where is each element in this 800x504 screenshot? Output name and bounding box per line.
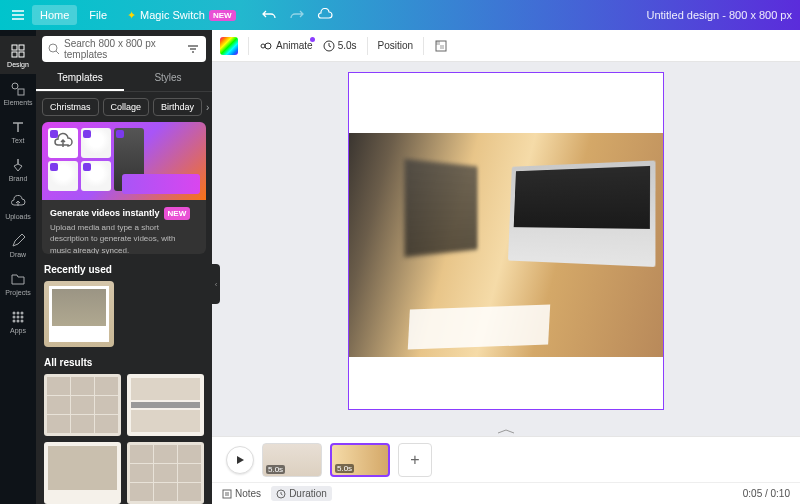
svg-point-14 <box>21 319 24 322</box>
canvas-image[interactable] <box>349 133 663 357</box>
animate-icon <box>259 39 273 53</box>
undo-icon[interactable] <box>260 6 278 24</box>
add-page-button[interactable]: + <box>398 443 432 477</box>
svg-point-13 <box>17 319 20 322</box>
expand-handle-icon[interactable] <box>486 430 526 434</box>
new-badge: NEW <box>209 10 236 21</box>
pill-collage[interactable]: Collage <box>103 98 150 116</box>
home-button[interactable]: Home <box>32 5 77 25</box>
template-thumb[interactable] <box>44 374 121 436</box>
svg-rect-3 <box>19 52 24 57</box>
document-title[interactable]: Untitled design - 800 x 800 px <box>646 9 792 21</box>
promo-thumb <box>48 128 78 158</box>
magic-switch-label: Magic Switch <box>140 9 205 21</box>
svg-point-9 <box>13 315 16 318</box>
promo-thumb <box>81 161 111 191</box>
hamburger-menu-icon[interactable] <box>8 5 28 25</box>
rail-projects[interactable]: Projects <box>0 264 36 302</box>
timeline-clip[interactable]: 5.0s <box>262 443 322 477</box>
color-picker[interactable] <box>220 37 238 55</box>
animate-button[interactable]: Animate <box>259 39 313 53</box>
svg-rect-20 <box>440 45 444 49</box>
section-recent: Recently used <box>36 254 212 281</box>
promo-thumb <box>81 128 111 158</box>
play-button[interactable] <box>226 446 254 474</box>
rail-brand[interactable]: Brand <box>0 150 36 188</box>
rail-elements[interactable]: Elements <box>0 74 36 112</box>
search-input[interactable]: Search 800 x 800 px templates <box>42 36 206 62</box>
search-placeholder: Search 800 x 800 px templates <box>64 38 182 60</box>
clock-icon <box>323 40 335 52</box>
svg-point-17 <box>265 43 271 49</box>
svg-point-6 <box>13 311 16 314</box>
pill-birthday[interactable]: Birthday <box>153 98 202 116</box>
rail-uploads[interactable]: Uploads <box>0 188 36 226</box>
rail-apps[interactable]: Apps <box>0 302 36 340</box>
svg-point-16 <box>261 44 265 48</box>
canvas-toolbar: Animate 5.0s Position <box>212 30 800 62</box>
redo-icon[interactable] <box>288 6 306 24</box>
clip-duration: 5.0s <box>266 465 285 474</box>
promo-thumb <box>48 161 78 191</box>
position-button[interactable]: Position <box>378 40 414 51</box>
rail-text[interactable]: Text <box>0 112 36 150</box>
timeline: 5.0s 5.0s + Notes Duration 0:05 / 0:10 <box>212 436 800 504</box>
timeline-clip-selected[interactable]: 5.0s <box>330 443 390 477</box>
play-icon <box>235 455 245 465</box>
notes-button[interactable]: Notes <box>222 488 261 499</box>
transparency-icon[interactable] <box>434 39 448 53</box>
svg-point-15 <box>49 44 57 52</box>
filter-icon[interactable] <box>186 42 200 56</box>
left-rail: Design Elements Text Brand Uploads Draw … <box>0 30 36 504</box>
tab-templates[interactable]: Templates <box>36 66 124 91</box>
clip-duration: 5.0s <box>335 464 354 473</box>
promo-card[interactable]: Generate videos instantlyNEW Upload medi… <box>42 122 206 254</box>
duration-button[interactable]: 5.0s <box>323 40 357 52</box>
rail-design[interactable]: Design <box>0 36 36 74</box>
magic-switch-button[interactable]: ✦ Magic Switch NEW <box>119 5 243 26</box>
svg-point-12 <box>13 319 16 322</box>
audio-wave-icon <box>122 174 200 194</box>
svg-rect-5 <box>18 89 24 95</box>
notification-dot-icon <box>310 37 315 42</box>
template-thumb[interactable] <box>44 442 121 504</box>
search-icon <box>48 43 60 55</box>
notes-icon <box>222 489 232 499</box>
clock-icon <box>276 489 286 499</box>
svg-rect-2 <box>12 52 17 57</box>
svg-point-11 <box>21 315 24 318</box>
new-badge: NEW <box>164 207 191 220</box>
svg-rect-0 <box>12 45 17 50</box>
section-all-results: All results <box>36 347 212 374</box>
canvas-viewport[interactable] <box>212 62 800 436</box>
side-panel: Search 800 x 800 px templates Templates … <box>36 30 212 504</box>
svg-point-8 <box>21 311 24 314</box>
promo-description: Upload media and type a short descriptio… <box>50 222 198 254</box>
template-thumb[interactable] <box>127 374 204 436</box>
template-thumb[interactable] <box>127 442 204 504</box>
pill-christmas[interactable]: Christmas <box>42 98 99 116</box>
playback-time: 0:05 / 0:10 <box>743 488 790 499</box>
svg-rect-1 <box>19 45 24 50</box>
rail-draw[interactable]: Draw <box>0 226 36 264</box>
cloud-sync-icon[interactable] <box>316 6 334 24</box>
duration-toggle[interactable]: Duration <box>271 486 332 501</box>
chevron-right-icon[interactable]: › <box>206 100 209 114</box>
svg-point-10 <box>17 315 20 318</box>
artboard[interactable] <box>348 72 664 410</box>
svg-point-4 <box>12 83 18 89</box>
svg-rect-22 <box>223 490 231 498</box>
top-bar: Home File ✦ Magic Switch NEW Untitled de… <box>0 0 800 30</box>
tab-styles[interactable]: Styles <box>124 66 212 91</box>
svg-point-7 <box>17 311 20 314</box>
file-button[interactable]: File <box>81 5 115 25</box>
svg-rect-19 <box>436 41 440 45</box>
template-thumb[interactable] <box>44 281 114 347</box>
promo-title: Generate videos instantly <box>50 207 160 220</box>
